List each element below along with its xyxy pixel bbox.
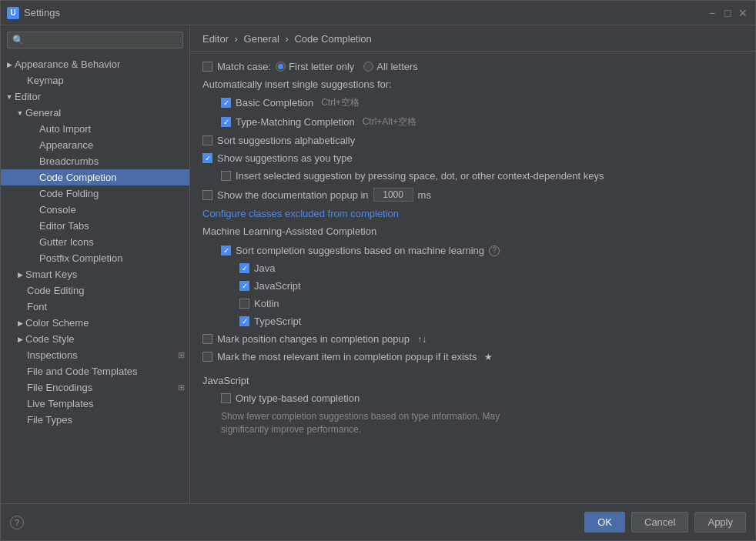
sidebar-item-auto-import[interactable]: Auto Import: [1, 121, 189, 137]
maximize-button[interactable]: □: [721, 7, 734, 19]
sidebar-item-code-style[interactable]: ▶ Code Style: [1, 331, 189, 347]
sidebar-item-live-templates[interactable]: Live Templates: [1, 396, 189, 412]
insert-selected-label: Insert selected suggestion by pressing s…: [236, 170, 604, 182]
arrow-spacer: [16, 286, 27, 296]
javascript-checkbox[interactable]: [239, 281, 249, 291]
sidebar-item-appearance[interactable]: Appearance: [1, 137, 189, 153]
sidebar-item-code-folding[interactable]: Code Folding: [1, 185, 189, 202]
insert-selected-checkbox[interactable]: [221, 171, 231, 181]
configure-classes-link[interactable]: Configure classes excluded from completi…: [202, 208, 399, 219]
sidebar-item-inspections[interactable]: Inspections ⊞: [1, 347, 189, 363]
mark-position-checkbox[interactable]: [202, 334, 212, 344]
sort-ml-help-icon[interactable]: ?: [489, 245, 500, 256]
match-case-row: Match case: First letter only All letter…: [202, 61, 743, 72]
sidebar-item-postfix-completion[interactable]: Postfix Completion: [1, 250, 189, 266]
app-icon: U: [7, 7, 19, 19]
close-button[interactable]: ✕: [737, 7, 749, 19]
sidebar-label: Appearance: [39, 139, 189, 151]
panel-content: Match case: First letter only All letter…: [190, 52, 755, 503]
java-row: Java: [239, 262, 743, 274]
sort-alpha-row: Sort suggestions alphabetically: [202, 135, 743, 146]
show-doc-popup-label: Show the documentation popup in: [217, 189, 369, 201]
arrow-spacer: [16, 415, 27, 426]
breadcrumb-general: General: [244, 33, 279, 45]
sidebar-item-console[interactable]: Console: [1, 202, 189, 218]
help-button[interactable]: ?: [10, 516, 24, 529]
sidebar-label: File and Code Templates: [27, 366, 189, 377]
window-controls: − □ ✕: [706, 7, 749, 19]
js-type-based-row: Only type-based completion: [221, 392, 743, 404]
js-type-based-checkbox[interactable]: [221, 393, 231, 403]
arrow-spacer: [28, 140, 39, 151]
kotlin-checkbox[interactable]: [239, 299, 249, 309]
mark-position-label: Mark position changes in completion popu…: [217, 333, 410, 345]
sidebar-label: Font: [27, 301, 189, 312]
radio-first-letter-label: First letter only: [289, 61, 354, 72]
js-section-header: JavaScript: [202, 375, 743, 386]
sidebar-label: Live Templates: [27, 398, 189, 409]
radio-btn-all-letters[interactable]: [363, 62, 373, 72]
show-doc-popup-checkbox[interactable]: [202, 190, 212, 200]
basic-completion-checkbox[interactable]: [221, 98, 231, 108]
sidebar-item-code-editing[interactable]: Code Editing: [1, 282, 189, 299]
sidebar-item-general[interactable]: ▼ General: [1, 105, 189, 121]
sidebar-item-file-types[interactable]: File Types: [1, 412, 189, 428]
title-bar: U Settings − □ ✕: [1, 1, 755, 25]
content-area: ▶ Appearance & Behavior Keymap ▼ Editor …: [1, 25, 755, 503]
js-section: JavaScript Only type-based completion Sh…: [202, 375, 743, 436]
sidebar-label: Appearance & Behavior: [15, 58, 189, 70]
arrow-spacer: [16, 302, 27, 312]
sidebar-item-breadcrumbs[interactable]: Breadcrumbs: [1, 153, 189, 169]
type-matching-row: Type-Matching Completion Ctrl+Alt+空格: [221, 115, 743, 129]
arrow-icon: ▼: [15, 108, 25, 119]
typescript-checkbox[interactable]: [239, 316, 249, 326]
sort-alpha-checkbox[interactable]: [202, 135, 212, 145]
js-type-based-label: Only type-based completion: [236, 392, 360, 404]
match-case-checkbox[interactable]: [202, 62, 212, 72]
radio-btn-first-letter[interactable]: [276, 62, 286, 72]
sidebar-item-appearance-behavior[interactable]: ▶ Appearance & Behavior: [1, 56, 189, 72]
javascript-row: JavaScript: [239, 280, 743, 292]
sidebar-item-smart-keys[interactable]: ▶ Smart Keys: [1, 266, 189, 282]
minimize-button[interactable]: −: [706, 7, 718, 19]
cancel-button[interactable]: Cancel: [631, 512, 688, 533]
apply-button[interactable]: Apply: [694, 512, 746, 533]
sidebar-label: Smart Keys: [25, 269, 189, 280]
show-suggestions-checkbox[interactable]: [202, 153, 212, 163]
sidebar-item-editor[interactable]: ▼ Editor: [1, 88, 189, 105]
sidebar-label: Color Scheme: [25, 317, 189, 329]
sidebar-item-font[interactable]: Font: [1, 299, 189, 315]
sidebar-label: Editor: [15, 91, 189, 102]
sidebar-item-file-encodings[interactable]: File Encodings ⊞: [1, 379, 189, 396]
sidebar-item-color-scheme[interactable]: ▶ Color Scheme: [1, 315, 189, 331]
sort-ml-checkbox[interactable]: [221, 245, 231, 255]
sidebar-item-keymap[interactable]: Keymap: [1, 72, 189, 88]
arrow-spacer: [28, 237, 39, 248]
sidebar-item-gutter-icons[interactable]: Gutter Icons: [1, 234, 189, 250]
arrow-spacer: [28, 189, 39, 199]
kotlin-row: Kotlin: [239, 298, 743, 309]
arrow-spacer: [16, 366, 27, 377]
mark-relevant-row: Mark the most relevant item in completio…: [202, 351, 743, 362]
sidebar-label: Auto Import: [39, 123, 189, 135]
radio-all-letters[interactable]: All letters: [363, 61, 417, 72]
radio-first-letter[interactable]: First letter only: [276, 61, 354, 72]
doc-popup-value-input[interactable]: [373, 188, 413, 202]
sidebar-item-file-code-templates[interactable]: File and Code Templates: [1, 363, 189, 379]
ml-section-header: Machine Learning-Assisted Completion: [202, 225, 743, 237]
breadcrumb: Editor › General › Code Completion: [190, 25, 755, 52]
footer-buttons: OK Cancel Apply: [584, 512, 746, 533]
sidebar-label: Code Editing: [27, 285, 189, 296]
sidebar: ▶ Appearance & Behavior Keymap ▼ Editor …: [1, 25, 190, 503]
sidebar-item-editor-tabs[interactable]: Editor Tabs: [1, 218, 189, 234]
insert-selected-row: Insert selected suggestion by pressing s…: [221, 170, 743, 182]
search-input[interactable]: [7, 32, 183, 48]
mark-relevant-label: Mark the most relevant item in completio…: [217, 351, 477, 362]
mark-relevant-checkbox[interactable]: [202, 352, 212, 362]
sidebar-item-code-completion[interactable]: Code Completion: [1, 169, 189, 185]
type-matching-checkbox[interactable]: [221, 117, 231, 127]
sidebar-tree: ▶ Appearance & Behavior Keymap ▼ Editor …: [1, 55, 189, 503]
java-checkbox[interactable]: [239, 263, 249, 273]
sidebar-label: Postfix Completion: [39, 252, 189, 264]
ok-button[interactable]: OK: [584, 512, 625, 533]
